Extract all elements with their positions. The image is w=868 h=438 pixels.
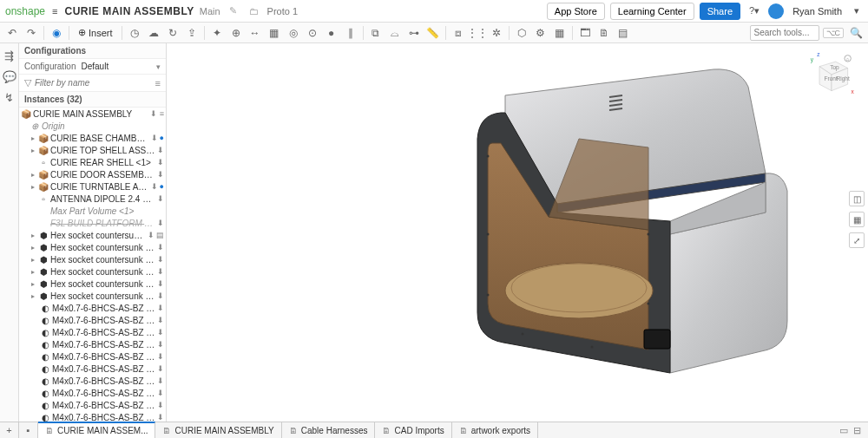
expand-arrow-icon[interactable]: ▸ — [30, 268, 36, 276]
mate-slider-icon[interactable]: ↔ — [247, 24, 264, 42]
document-tab[interactable]: 🗎CAD Imports — [375, 422, 451, 438]
expand-arrow-icon[interactable]: ▸ — [30, 280, 36, 288]
tree-bhcs-item[interactable]: ◐M4x0.7-6-BHCS-AS-BZ <10>⬇ — [19, 411, 166, 422]
tree-screw-item[interactable]: ▸⬢Hex socket countersunk head screw M4x.… — [19, 229, 166, 241]
tree-bhcs-item[interactable]: ◐M4x0.7-6-BHCS-AS-BZ <9>⬇ — [19, 399, 166, 411]
tree-item[interactable]: Max Part Volume <1> — [19, 205, 166, 217]
group-icon[interactable]: ⧉ — [367, 24, 385, 42]
tool-search-input[interactable] — [750, 25, 819, 41]
redo-button[interactable]: ↷ — [23, 24, 40, 42]
versions-icon[interactable]: ↯ — [3, 90, 16, 104]
folder-icon[interactable]: 🗀 — [246, 6, 262, 16]
tab-close-icon[interactable]: ⊟ — [853, 425, 861, 436]
tree-screw-item[interactable]: ▸⬢Hex socket countersunk head screw M4x.… — [19, 290, 166, 302]
mate-cylindrical-icon[interactable]: ◎ — [285, 24, 302, 42]
user-menu-chevron-icon[interactable]: ▾ — [851, 5, 863, 16]
document-tab[interactable]: 🗎CURIE MAIN ASSEM... — [38, 422, 155, 438]
tree-bhcs-item[interactable]: ◐M4x0.7-6-BHCS-AS-BZ <2>⬇ — [19, 314, 166, 326]
tree-bhcs-item[interactable]: ◐M4x0.7-6-BHCS-AS-BZ <4>⬇ — [19, 338, 166, 350]
tab-menu-button[interactable]: ▪ — [19, 422, 38, 438]
tangent-icon[interactable]: ⌓ — [386, 24, 404, 42]
tab-overflow-icon[interactable]: ▭ — [839, 425, 848, 436]
tool-sync-icon[interactable]: ↻ — [164, 24, 181, 42]
tree-bhcs-item[interactable]: ◐M4x0.7-6-BHCS-AS-BZ <1>⬇ — [19, 302, 166, 314]
view-button[interactable]: ◉ — [48, 24, 65, 42]
tree-screw-item[interactable]: ▸⬢Hex socket countersunk head screw M4x.… — [19, 253, 166, 265]
rename-icon[interactable]: ✎ — [226, 5, 240, 16]
undo-button[interactable]: ↶ — [3, 24, 21, 42]
pattern-linear-icon[interactable]: ⋮⋮ — [469, 24, 486, 42]
3d-viewport[interactable]: Front Right Top y z x ⌂ ◫ ▦ ⤢ — [167, 43, 868, 422]
tool-clock-icon[interactable]: ◷ — [126, 24, 143, 42]
expand-arrow-icon[interactable]: ▸ — [30, 183, 36, 191]
tree-origin[interactable]: ⊕ Origin — [19, 120, 166, 132]
tree-bhcs-item[interactable]: ◐M4x0.7-6-BHCS-AS-BZ <3>⬇ — [19, 326, 166, 338]
document-title[interactable]: CURIE MAIN ASSEMBLY — [64, 5, 194, 17]
list-view-icon[interactable]: ≡ — [155, 78, 161, 88]
tree-bhcs-item[interactable]: ◐M4x0.7-6-BHCS-AS-BZ <5>⬇ — [19, 350, 166, 363]
tree-item[interactable]: ▸📦CURIE DOOR ASSEMBLY <... ◆⬇ — [19, 168, 166, 180]
mate-ball-icon[interactable]: ● — [323, 24, 340, 42]
add-tab-button[interactable]: + — [0, 422, 19, 438]
tree-screw-item[interactable]: ▸⬢Hex socket countersunk head screw M4x.… — [19, 278, 166, 290]
tool-share-icon[interactable]: ⇪ — [183, 24, 201, 42]
user-avatar[interactable] — [768, 3, 784, 19]
relation-icon[interactable]: ⊶ — [405, 24, 423, 42]
tree-bhcs-item[interactable]: ◐M4x0.7-6-BHCS-AS-BZ <6>⬇ — [19, 363, 166, 375]
tree-item[interactable]: ▫ANTENNA DIPOLE 2.4 GHZ RP-S...⬇ — [19, 193, 166, 205]
3d-model[interactable] — [349, 61, 835, 408]
user-name[interactable]: Ryan Smith — [789, 6, 845, 16]
expand-arrow-icon[interactable]: ▸ — [30, 171, 36, 179]
tree-item[interactable]: ▸📦CURIE TURNTABLE ASSEMBLY <...⬇ ● — [19, 180, 166, 193]
mate-fastened-icon[interactable]: ✦ — [208, 24, 226, 42]
tree-item[interactable]: ▸📦CURIE TOP SHELL ASSEMBLY <1>⬇ — [19, 144, 166, 156]
tree-bhcs-item[interactable]: ◐M4x0.7-6-BHCS-AS-BZ <7>⬇ — [19, 375, 166, 387]
tree-screw-item[interactable]: ▸⬢Hex socket countersunk head screw M4x.… — [19, 241, 166, 253]
mate-pin-icon[interactable]: ⊙ — [304, 24, 321, 42]
mate-planar-icon[interactable]: ▦ — [266, 24, 283, 42]
folder-name[interactable]: Proto 1 — [267, 6, 298, 16]
view-cube[interactable]: Front Right Top y z x ⌂ — [807, 50, 856, 99]
named-view-icon[interactable]: 🗔 — [576, 24, 594, 42]
expand-arrow-icon[interactable]: ▸ — [30, 134, 36, 142]
expand-arrow-icon[interactable]: ▸ — [30, 232, 36, 239]
hide-show-icon[interactable]: ▦ — [849, 212, 865, 227]
tool-cloud-icon[interactable]: ☁ — [145, 24, 162, 42]
feature-tree-icon[interactable]: ⇶ — [3, 49, 16, 62]
bom-icon[interactable]: ▤ — [615, 24, 632, 42]
tree-item[interactable]: ▸📦CURIE BASE CHAMBER ASSEM...⬇ ● — [19, 132, 166, 144]
share-button[interactable]: Share — [700, 3, 740, 20]
document-tab[interactable]: 🗎Cable Harnesses — [282, 422, 376, 438]
filter-input[interactable] — [35, 78, 152, 88]
learning-center-button[interactable]: Learning Center — [610, 3, 694, 20]
filter-icon[interactable]: ▽ — [24, 77, 31, 88]
section-view-icon[interactable]: ◫ — [849, 191, 865, 206]
zoom-fit-icon[interactable]: ⤢ — [849, 232, 865, 248]
tree-item[interactable]: ▫CURIE REAR SHELL <1>⬇ — [19, 156, 166, 168]
expand-arrow-icon[interactable]: ▸ — [30, 256, 36, 264]
expand-arrow-icon[interactable]: ▸ — [30, 147, 36, 154]
replicate-icon[interactable]: ⧈ — [450, 24, 467, 42]
snap-icon[interactable]: ⬡ — [513, 24, 530, 42]
tree-item[interactable]: F3L BUILD PLATFORM ASSEMBL...⬇ — [19, 217, 166, 229]
tree-screw-item[interactable]: ▸⬢Hex socket countersunk head screw M4x.… — [19, 265, 166, 278]
document-tab[interactable]: 🗎artwork exports — [452, 422, 538, 438]
mate-parallel-icon[interactable]: ∥ — [342, 24, 359, 42]
tree-root[interactable]: 📦 CURIE MAIN ASSEMBLY ⬇ ≡ — [19, 108, 166, 120]
expand-arrow-icon[interactable]: ▸ — [30, 244, 36, 252]
document-tab[interactable]: 🗎CURIE MAIN ASSEMBLY — [155, 422, 281, 438]
measure-icon[interactable]: 📏 — [424, 24, 442, 42]
search-icon[interactable]: 🔍 — [847, 24, 865, 42]
insert-button[interactable]: ⊕Insert — [73, 24, 118, 42]
configuration-select[interactable]: Default — [81, 62, 151, 71]
comments-icon[interactable]: 💬 — [3, 69, 16, 83]
export-icon[interactable]: 🗎 — [595, 24, 613, 42]
help-icon[interactable]: ?▾ — [746, 5, 763, 16]
tree-root-actions[interactable]: ⬇ ≡ — [150, 109, 164, 118]
app-store-button[interactable]: App Store — [547, 3, 605, 20]
instance-tree[interactable]: 📦 CURIE MAIN ASSEMBLY ⬇ ≡ ⊕ Origin ▸📦CUR… — [19, 108, 166, 422]
pattern-circular-icon[interactable]: ✲ — [488, 24, 505, 42]
configuration-chevron-icon[interactable]: ▾ — [156, 62, 161, 71]
tree-bhcs-item[interactable]: ◐M4x0.7-6-BHCS-AS-BZ <8>⬇ — [19, 387, 166, 399]
expand-arrow-icon[interactable]: ▸ — [30, 292, 36, 300]
